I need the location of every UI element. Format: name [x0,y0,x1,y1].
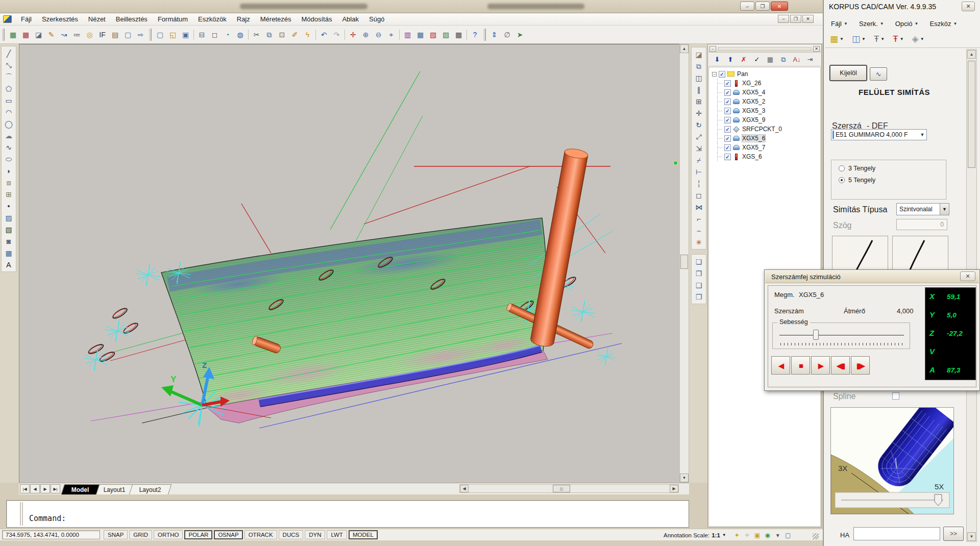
layer-states-icon[interactable]: ▦ [19,29,32,41]
checkbox-checked-icon[interactable]: ✓ [724,126,731,133]
annotation-scale-value[interactable]: 1:1 [712,532,720,538]
stretch-icon[interactable]: ⇲ [692,142,705,154]
polygon-icon[interactable]: ⬠ [2,83,15,94]
stop-button[interactable]: ■ [791,356,810,375]
field-if-icon[interactable]: IF [96,29,109,41]
open-file-icon[interactable]: ◱ [166,29,179,41]
sort-az-icon[interactable]: A↓ [791,54,802,65]
region-icon[interactable]: ◙ [2,235,15,247]
gradient-icon[interactable]: ▧ [2,224,15,235]
publish-icon[interactable]: ◔ [221,29,234,41]
menu-beilleszt-s[interactable]: Beillesztés [111,14,153,24]
pan-icon[interactable]: ✛ [347,29,359,41]
drill-red-tool[interactable]: Ŧ▼ [891,33,905,45]
tree-item-xgs-6[interactable]: ✓XGS_6 [712,152,820,161]
ucs-face-icon[interactable]: ➤ [513,29,526,41]
menu-szerkeszt-s[interactable]: Szerkesztés [37,14,83,24]
scroll-down-icon[interactable]: ▼ [967,532,976,541]
layer-prev-icon[interactable]: ◪ [32,29,45,41]
combo-dropdown-icon[interactable]: ▼ [918,130,926,140]
annotation-scale-dropdown-icon[interactable]: ▼ [722,533,726,537]
construction-line-icon[interactable]: ⤡ [2,59,15,71]
sim-dialog-titlebar[interactable]: Szerszámfej szimuláció [765,270,979,283]
lights-icon[interactable]: ◎ [83,29,96,41]
command-window[interactable]: Command: [6,500,689,528]
point-icon[interactable]: • [2,200,15,212]
checkbox-checked-icon[interactable]: ✓ [724,80,731,87]
join-icon[interactable]: ⋈ [692,201,705,213]
korpus-close-icon[interactable]: ✕ [962,2,975,11]
tab-nav-3[interactable]: ▶| [51,484,60,493]
radio-icon[interactable] [839,165,845,171]
jump-end-button[interactable]: ▮▶ [851,356,870,375]
combo-dropdown-icon[interactable]: ▼ [940,204,949,215]
explode-icon[interactable]: ✳ [692,236,705,248]
jump-start-button[interactable]: ◀▮ [831,356,850,375]
hscroll-thumb[interactable]: ||| [553,485,570,492]
rectangle-icon[interactable]: ▭ [2,94,15,106]
speed-slider-track[interactable] [779,335,904,336]
bring-above-icon[interactable]: ❑ [692,279,705,291]
minimize-button[interactable]: ‒ [740,2,754,11]
kijelol-select-button[interactable]: Kijelöl [830,65,867,81]
spline-checkbox[interactable] [892,392,899,400]
sheetset-icon[interactable]: ▦ [414,29,427,41]
angle-input[interactable]: 0 [896,219,947,230]
checkbox-checked-icon[interactable]: ✓ [724,144,731,151]
zoom-in-icon[interactable]: ⊕ [359,29,372,41]
checkbox-checked-icon[interactable]: ✓ [724,135,731,142]
close-button[interactable]: ✕ [771,2,788,11]
break-point-icon[interactable]: ╎ [692,178,705,189]
new-file-icon[interactable]: ▢ [154,29,166,41]
lock-icon[interactable]: ▣ [753,531,762,540]
sim-close-icon[interactable]: ✕ [960,271,975,281]
smoothing-type-combo[interactable]: Szintvonalal ▼ [896,203,949,215]
calculator-icon[interactable]: ▩ [452,29,465,41]
tab-nav-1[interactable]: ◀ [30,484,40,493]
zoom-window-icon[interactable]: ⌖ [385,29,398,41]
maximize-button[interactable]: ❐ [755,2,770,11]
tree-item-pan[interactable]: −✓Pan [712,69,820,79]
fullscreen-icon[interactable]: ▢ [783,531,793,540]
named-views-icon[interactable]: ≔ [70,29,83,41]
apply-icon[interactable]: ✓ [751,54,763,65]
array-icon[interactable]: ⊞ [692,95,705,107]
toolbar-drag-handle[interactable] [149,29,152,41]
menu-rajz[interactable]: Rajz [232,14,255,24]
toggle-dyn[interactable]: DYN [305,530,325,539]
checkbox-checked-icon[interactable]: ✓ [724,89,731,96]
send-under-icon[interactable]: ❒ [692,291,705,303]
coordinate-readout[interactable]: 734.5975, 143.4741, 0.0000 [2,530,100,539]
korpus-menu-eszk-z[interactable]: Eszköz▼ [927,19,961,29]
play-button[interactable]: ▶ [811,356,830,375]
radio-5-tengely[interactable]: 5 Tengely [839,177,946,184]
radio-3-tengely[interactable]: 3 Tengely [839,165,946,172]
layers-tool[interactable]: ▦▼ [828,33,846,45]
scroll-down-icon[interactable]: ▼ [680,474,689,482]
move-up-icon[interactable]: ⬆ [725,54,736,65]
tree-item-xgx5-7[interactable]: ✓XGX5_7 [712,143,820,152]
dropdown-arrow-icon[interactable]: ▼ [840,37,844,41]
markup-icon[interactable]: ▧ [427,29,439,41]
redo-icon[interactable]: ↷ [330,29,343,41]
scale-icon[interactable]: ⤢ [692,131,705,142]
zoom-out-icon[interactable]: ⊖ [372,29,385,41]
toggle-polar[interactable]: POLAR [184,530,212,539]
menu-m-retez-s[interactable]: Méretezés [255,14,297,24]
viewport-hscrollbar[interactable]: ◀ ||| ▶ [459,484,679,493]
drawing-viewport[interactable]: Y Z [19,44,679,483]
viewport-vscrollbar[interactable]: ▲ ▼ [679,44,689,483]
chamfer-icon[interactable]: ⌐ [692,213,705,225]
scroll-right-icon[interactable]: ▶ [670,485,678,492]
ucs-icon[interactable]: ⇕ [488,29,501,41]
preview-icon[interactable]: ◻ [208,29,221,41]
ha-input[interactable] [853,527,940,540]
korpus-menu-opci[interactable]: Opció▼ [892,19,922,29]
dropdown-arrow-icon[interactable]: ▼ [880,37,885,41]
move-down-icon[interactable]: ⬇ [712,54,723,65]
toolbar-drag-handle[interactable] [483,29,486,41]
toggle-ducs[interactable]: DUCS [279,530,304,539]
toggle-otrack[interactable]: OTRACK [244,530,277,539]
palette-minimize-icon[interactable]: ‒ [709,46,716,52]
mirror-icon[interactable]: ◫ [692,72,705,84]
